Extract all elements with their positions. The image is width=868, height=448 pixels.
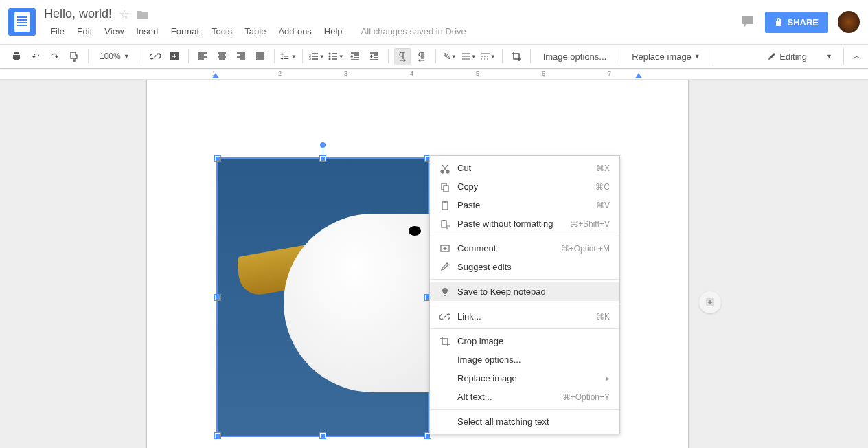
pencil-icon: [767, 52, 777, 61]
context-menu-comment[interactable]: Comment⌘+Option+M: [430, 239, 619, 258]
align-justify-icon[interactable]: [252, 48, 269, 65]
resize-handle-tc[interactable]: [320, 156, 326, 161]
context-menu-link[interactable]: Link...⌘K: [430, 307, 619, 326]
toolbar: ↶ ↷ 100% ▼ ▼ 123 ▼ ▼ ✎ ▼ ▼ ▼ Image optio…: [0, 44, 868, 69]
context-menu-separator: [430, 304, 619, 304]
paste-icon: [439, 200, 457, 211]
right-indent-marker[interactable]: [635, 73, 642, 78]
context-menu-label: Copy: [457, 181, 595, 192]
docs-logo[interactable]: [8, 8, 36, 36]
insert-comment-icon[interactable]: [166, 48, 183, 65]
context-menu-select-all-matching-text[interactable]: Select all matching text: [430, 412, 619, 431]
align-center-icon[interactable]: [214, 48, 230, 65]
lock-icon: [775, 17, 783, 27]
editing-mode-button[interactable]: Editing ▼: [760, 52, 839, 62]
context-menu-save-to-keep-notepad[interactable]: Save to Keep notepad: [430, 282, 619, 301]
context-menu-label: Crop image: [457, 336, 610, 346]
left-indent-marker[interactable]: [212, 73, 219, 78]
app-header: Hello, world! ☆ FileEditViewInsertFormat…: [0, 0, 868, 44]
replace-image-button[interactable]: Replace image ▼: [625, 52, 707, 62]
menu-edit[interactable]: Edit: [71, 25, 98, 38]
horizontal-ruler[interactable]: 1234567: [0, 69, 868, 80]
comments-icon[interactable]: [740, 14, 755, 30]
copy-icon: [439, 181, 457, 192]
context-menu-separator: [430, 236, 619, 236]
menu-insert[interactable]: Insert: [130, 25, 165, 38]
context-menu-suggest-edits[interactable]: Suggest edits: [430, 258, 619, 276]
svg-rect-12: [444, 201, 446, 203]
comment-icon: [439, 243, 457, 254]
ruler-number: 3: [344, 70, 347, 77]
insert-link-icon[interactable]: [147, 48, 163, 65]
context-menu-label: Suggest edits: [457, 262, 610, 272]
rtl-icon[interactable]: [413, 48, 430, 65]
border-weight-icon[interactable]: ▼: [461, 48, 477, 65]
svg-point-5: [328, 56, 330, 58]
svg-text:3: 3: [309, 56, 311, 60]
crop-icon[interactable]: [508, 48, 525, 65]
context-menu-paste-without-formatting[interactable]: Paste without formatting⌘+Shift+V: [430, 214, 619, 233]
context-menu-paste[interactable]: Paste⌘V: [430, 196, 619, 214]
context-menu-crop-image[interactable]: Crop image: [430, 332, 619, 350]
link-icon: [439, 311, 457, 322]
resize-handle-bc[interactable]: [320, 433, 326, 438]
numbered-list-icon[interactable]: 123 ▼: [308, 48, 325, 65]
add-comment-bubble[interactable]: [699, 291, 721, 313]
print-icon[interactable]: [8, 48, 25, 65]
svg-rect-14: [443, 220, 445, 221]
border-dash-icon[interactable]: ▼: [480, 48, 496, 65]
context-menu-replace-image[interactable]: Replace image▸: [430, 369, 619, 388]
redo-icon[interactable]: ↷: [47, 48, 63, 65]
menu-tools[interactable]: Tools: [205, 25, 238, 38]
image-options-button[interactable]: Image options...: [536, 52, 614, 62]
menu-help[interactable]: Help: [318, 25, 349, 38]
decrease-indent-icon[interactable]: [347, 48, 363, 65]
increase-indent-icon[interactable]: [366, 48, 382, 65]
rotate-handle[interactable]: [320, 142, 326, 148]
context-menu: Cut⌘XCopy⌘CPaste⌘VPaste without formatti…: [429, 155, 620, 434]
menu-bar: FileEditViewInsertFormatToolsTableAdd-on…: [44, 25, 740, 38]
save-status: All changes saved in Drive: [361, 26, 466, 36]
zoom-dropdown[interactable]: 100% ▼: [94, 52, 135, 61]
submenu-caret-icon: ▸: [606, 374, 610, 382]
ltr-icon[interactable]: [394, 48, 411, 65]
align-right-icon[interactable]: [233, 48, 249, 65]
star-icon[interactable]: ☆: [119, 7, 130, 22]
ruler-number: 6: [542, 70, 545, 77]
align-left-icon[interactable]: [194, 48, 211, 65]
ruler-number: 4: [410, 70, 413, 77]
menu-table[interactable]: Table: [238, 25, 272, 38]
resize-handle-bl[interactable]: [215, 433, 220, 438]
menu-file[interactable]: File: [44, 25, 71, 38]
user-avatar[interactable]: [838, 11, 860, 33]
border-color-icon[interactable]: ✎ ▼: [442, 48, 458, 65]
context-menu-label: Link...: [457, 311, 596, 322]
keep-icon: [439, 287, 457, 298]
context-menu-label: Paste without formatting: [457, 219, 570, 229]
context-menu-label: Select all matching text: [457, 416, 610, 427]
context-menu-image-options[interactable]: Image options...: [430, 350, 619, 369]
paint-format-icon[interactable]: [66, 48, 82, 65]
context-menu-alt-text[interactable]: Alt text...⌘+Option+Y: [430, 388, 619, 406]
folder-icon[interactable]: [137, 10, 149, 19]
menu-format[interactable]: Format: [165, 25, 205, 38]
collapse-toolbar-icon[interactable]: ︿: [843, 48, 860, 65]
resize-handle-tl[interactable]: [215, 156, 220, 161]
menu-view[interactable]: View: [98, 25, 130, 38]
ruler-number: 5: [476, 70, 479, 77]
line-spacing-icon[interactable]: ▼: [280, 48, 297, 65]
resize-handle-ml[interactable]: [215, 295, 220, 300]
context-menu-cut[interactable]: Cut⌘X: [430, 159, 619, 177]
svg-point-6: [328, 58, 330, 60]
menu-add-ons[interactable]: Add-ons: [272, 25, 317, 38]
context-menu-separator: [430, 279, 619, 280]
selected-image[interactable]: [216, 157, 429, 437]
undo-icon[interactable]: ↶: [27, 48, 44, 65]
bulleted-list-icon[interactable]: ▼: [328, 48, 344, 65]
share-button[interactable]: SHARE: [765, 12, 828, 33]
context-menu-label: Paste: [457, 200, 596, 210]
svg-rect-10: [444, 186, 448, 192]
context-menu-shortcut: ⌘V: [596, 201, 610, 210]
document-title[interactable]: Hello, world!: [44, 7, 112, 21]
context-menu-copy[interactable]: Copy⌘C: [430, 177, 619, 196]
